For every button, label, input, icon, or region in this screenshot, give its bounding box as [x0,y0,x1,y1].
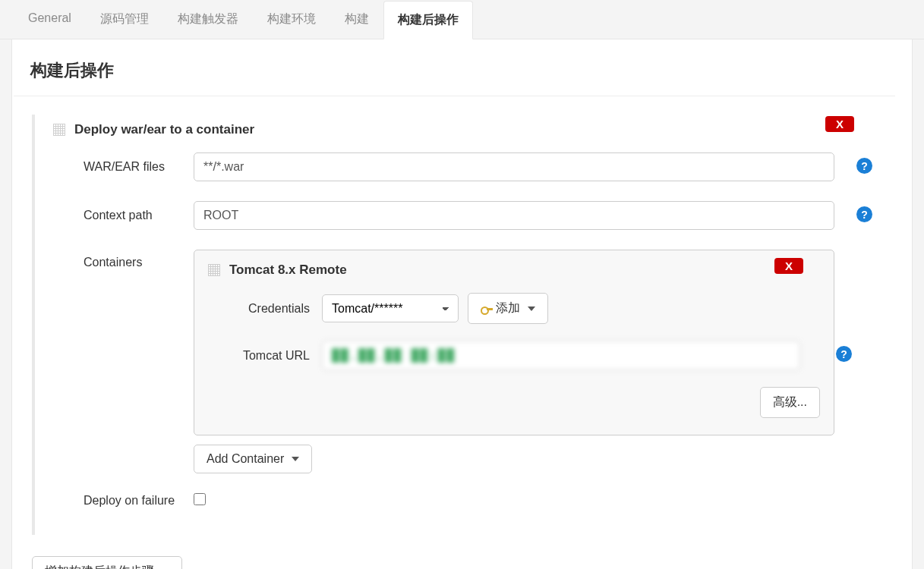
tab-environment[interactable]: 构建环境 [253,0,330,39]
post-build-steps: X Deploy war/ear to a container WAR/EAR … [32,115,894,535]
step-header[interactable]: Deploy war/ear to a container [53,122,880,137]
credentials-select[interactable]: Tomcat/****** [322,294,459,322]
drag-handle-icon[interactable] [208,264,220,276]
context-path-row: Context path ? [53,201,880,230]
tab-general[interactable]: General [14,0,86,39]
delete-container-button[interactable]: X [774,258,803,274]
tab-build[interactable]: 构建 [330,0,383,39]
credentials-label: Credentials [208,302,322,316]
help-icon[interactable]: ? [856,158,872,174]
help-icon[interactable]: ? [856,206,872,222]
page-root: General 源码管理 构建触发器 构建环境 构建 构建后操作 构建后操作 X… [0,0,924,569]
add-post-build-step-label: 增加构建后操作步骤 [45,564,154,569]
add-container-button[interactable]: Add Container [194,445,312,473]
key-icon [481,305,491,313]
delete-step-button[interactable]: X [825,116,854,132]
credentials-row: Credentials Tomcat/****** 添加 [208,293,820,324]
chevron-down-icon [528,307,535,311]
tab-scm[interactable]: 源码管理 [86,0,163,39]
containers-label: Containers [53,250,194,269]
war-files-row: WAR/EAR files ? [53,152,880,181]
content-area: 构建后操作 X Deploy war/ear to a container WA… [11,39,913,569]
container-panel: X Tomcat 8.x Remote Credentials T [194,250,834,435]
deploy-on-failure-checkbox[interactable] [194,493,206,505]
advanced-button[interactable]: 高级... [760,387,820,418]
context-path-input[interactable] [194,201,834,230]
help-icon[interactable]: ? [836,346,852,362]
tomcat-url-input[interactable] [322,341,800,370]
tab-triggers[interactable]: 构建触发器 [163,0,253,39]
deploy-on-failure-row: Deploy on failure [53,493,880,508]
add-post-build-step-button[interactable]: 增加构建后操作步骤 [32,556,182,569]
containers-row: Containers X Tomcat 8.x Remote Credentia… [53,250,880,473]
section-title: 构建后操作 [14,55,895,96]
war-files-label: WAR/EAR files [53,160,194,174]
config-tabs: General 源码管理 构建触发器 构建环境 构建 构建后操作 [0,0,924,39]
container-header[interactable]: Tomcat 8.x Remote [208,262,820,278]
chevron-down-icon [292,457,299,461]
step-accent-bar [32,115,35,535]
tomcat-url-label: Tomcat URL [208,349,322,363]
war-files-input[interactable] [194,152,834,181]
deploy-on-failure-label: Deploy on failure [53,494,194,508]
drag-handle-icon[interactable] [53,124,65,136]
deploy-war-step: X Deploy war/ear to a container WAR/EAR … [39,115,894,535]
tab-post-build[interactable]: 构建后操作 [383,1,473,39]
step-title: Deploy war/ear to a container [74,122,254,137]
tomcat-url-row: Tomcat URL ? [208,341,820,370]
add-credentials-label: 添加 [496,300,520,316]
container-title: Tomcat 8.x Remote [229,262,347,278]
add-container-label: Add Container [207,452,284,466]
context-path-label: Context path [53,209,194,222]
add-credentials-button[interactable]: 添加 [468,293,548,324]
